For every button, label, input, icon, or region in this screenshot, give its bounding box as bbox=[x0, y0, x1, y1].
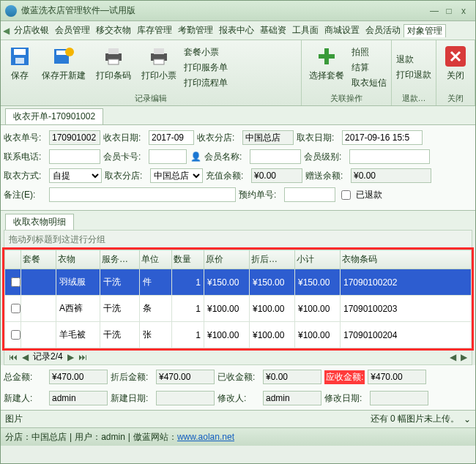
collapse-icon[interactable]: ⌄ bbox=[464, 414, 471, 424]
column-header[interactable]: 小计 bbox=[295, 250, 341, 269]
modifier-label: 修改人: bbox=[217, 392, 260, 405]
select-package-button[interactable]: 选择套餐 bbox=[306, 43, 347, 91]
menu-item[interactable]: 对象管理 bbox=[404, 24, 446, 37]
pickup-way-label: 取衣方式: bbox=[4, 170, 46, 182]
level-field[interactable] bbox=[349, 149, 430, 164]
svg-rect-2 bbox=[15, 58, 24, 64]
svg-rect-7 bbox=[108, 48, 119, 54]
table-row[interactable]: 羊毛被干洗张1¥100.00¥100.00¥100.0017090100204 bbox=[5, 322, 472, 348]
close-window-button[interactable]: x bbox=[456, 6, 471, 16]
menu-item[interactable]: 分店收银 bbox=[11, 24, 52, 37]
menu-item[interactable]: 报表中心 bbox=[216, 24, 257, 37]
print-barcode-button[interactable]: 打印条码 bbox=[93, 43, 134, 91]
member-field[interactable] bbox=[250, 149, 301, 164]
order-date-field[interactable] bbox=[149, 130, 194, 145]
modifier-field bbox=[263, 391, 321, 405]
remark-label: 备注(E): bbox=[4, 189, 46, 201]
menu-item[interactable]: 基础资 bbox=[257, 24, 289, 37]
menu-item[interactable]: 移交衣物 bbox=[93, 24, 134, 37]
order-no-field[interactable] bbox=[49, 130, 100, 145]
document-tabs: 收衣开单-170901002 bbox=[1, 106, 475, 125]
pickup-branch-select[interactable]: 中国总店 bbox=[150, 168, 203, 183]
modify-date-field bbox=[370, 391, 428, 405]
column-header[interactable] bbox=[5, 250, 21, 269]
table-row[interactable]: 羽绒服干洗件1¥150.00¥150.00¥150.0017090100202 bbox=[5, 269, 472, 296]
pickup-way-select[interactable]: 自提 bbox=[49, 168, 102, 183]
refunded-checkbox[interactable] bbox=[341, 190, 351, 200]
phone-label: 联系电话: bbox=[4, 151, 46, 163]
svg-rect-11 bbox=[154, 59, 164, 64]
status-site-link[interactable]: www.aolan.net bbox=[177, 432, 234, 442]
scroll-left-icon[interactable]: ◀ bbox=[450, 352, 456, 362]
menu-item[interactable]: 商城设置 bbox=[321, 24, 362, 37]
row-checkbox[interactable] bbox=[11, 330, 21, 340]
menu-item[interactable]: 库存管理 bbox=[134, 24, 175, 37]
photo-settle-group[interactable]: 拍照 结算 取衣短信 bbox=[352, 43, 387, 91]
printer-icon bbox=[102, 45, 125, 68]
save-button[interactable]: 保存 bbox=[5, 43, 34, 91]
refunded-label: 已退款 bbox=[356, 189, 382, 201]
branch-field[interactable] bbox=[242, 130, 294, 145]
tab-clothes-detail[interactable]: 收取衣物明细 bbox=[5, 214, 74, 230]
pickup-branch-label: 取衣分店: bbox=[105, 170, 147, 182]
menu-scroll-left-icon[interactable]: ◀ bbox=[1, 26, 11, 36]
save-new-icon bbox=[52, 45, 75, 68]
title-bar: 傲蓝洗衣店管理软件—试用版 — □ x bbox=[1, 1, 475, 21]
column-header[interactable]: 数量 bbox=[172, 250, 204, 269]
table-row[interactable]: A西裤干洗条1¥100.00¥100.00¥100.0017090100203 bbox=[5, 296, 472, 322]
menu-item[interactable]: 考勤管理 bbox=[175, 24, 216, 37]
card-field[interactable] bbox=[149, 149, 187, 164]
remark-field[interactable] bbox=[49, 187, 236, 202]
image-panel-header[interactable]: 图片 还有 0 幅图片未上传。 ⌄ bbox=[1, 411, 475, 428]
due-field bbox=[368, 370, 426, 384]
maximize-button[interactable]: □ bbox=[442, 6, 456, 16]
menu-bar: ◀ 分店收银会员管理移交衣物库存管理考勤管理报表中心基础资工具面商城设置会员活动… bbox=[1, 21, 475, 40]
reserve-label: 预约单号: bbox=[239, 189, 281, 201]
row-checkbox[interactable] bbox=[11, 304, 21, 313]
member-label: 会员名称: bbox=[204, 151, 247, 163]
create-date-field bbox=[156, 391, 215, 405]
pager-next-icon[interactable]: ▶ bbox=[67, 352, 74, 362]
clothes-grid: 套餐衣物服务…单位数量原价折后…小计衣物条码 羽绒服干洗件1¥150.00¥15… bbox=[4, 249, 472, 349]
phone-field[interactable] bbox=[49, 149, 100, 164]
modify-date-label: 修改日期: bbox=[324, 392, 367, 405]
pager-first-icon[interactable]: ⏮ bbox=[9, 352, 18, 362]
menu-item[interactable]: 工具面 bbox=[289, 24, 321, 37]
tab-order[interactable]: 收衣开单-170901002 bbox=[5, 108, 103, 124]
reserve-field[interactable] bbox=[284, 187, 335, 202]
column-header[interactable]: 折后… bbox=[250, 250, 295, 269]
menu-item[interactable]: 会员管理 bbox=[52, 24, 93, 37]
refund-group[interactable]: 退款 打印退款 bbox=[396, 43, 431, 91]
svg-rect-8 bbox=[108, 59, 119, 64]
pager-prev-icon[interactable]: ◀ bbox=[22, 352, 29, 362]
column-header[interactable]: 原价 bbox=[204, 250, 250, 269]
save-new-button[interactable]: 保存开新建 bbox=[39, 43, 89, 91]
column-header[interactable]: 套餐 bbox=[21, 250, 56, 269]
order-form: 收衣单号: 收衣日期: 收衣分店: 取衣日期: 联系电话: 会员卡号: 👤 会员… bbox=[1, 125, 475, 211]
scroll-right-icon[interactable]: ▶ bbox=[461, 352, 467, 362]
level-label: 会员级别: bbox=[304, 151, 346, 163]
total-label: 总金额: bbox=[4, 371, 46, 383]
close-button[interactable]: 关闭 bbox=[441, 43, 470, 91]
column-header[interactable]: 衣物 bbox=[56, 250, 100, 269]
ribbon-group-related-caption: 关联操作 bbox=[306, 91, 387, 105]
column-header[interactable]: 单位 bbox=[140, 250, 172, 269]
card-lookup-icon[interactable]: 👤 bbox=[190, 151, 201, 162]
bonus-label: 赠送余额: bbox=[305, 170, 348, 182]
column-header[interactable]: 服务… bbox=[100, 250, 140, 269]
pager-last-icon[interactable]: ⏭ bbox=[78, 352, 87, 362]
ribbon-group-close-caption: 关闭 bbox=[441, 91, 470, 105]
column-header[interactable]: 衣物条码 bbox=[341, 250, 472, 269]
row-checkbox[interactable] bbox=[11, 277, 21, 287]
pickup-date-field[interactable] bbox=[342, 130, 423, 145]
creator-field bbox=[49, 391, 108, 405]
create-date-label: 新建日期: bbox=[111, 392, 153, 405]
print-ticket-button[interactable]: 打印小票 bbox=[138, 43, 179, 91]
bonus-field bbox=[351, 168, 431, 183]
ribbon-group-edit-caption: 记录编辑 bbox=[5, 91, 297, 105]
package-print-group[interactable]: 套餐小票 打印服务单 打印流程单 bbox=[184, 43, 228, 91]
group-by-hint[interactable]: 拖动列标题到这进行分组 bbox=[4, 230, 472, 249]
minimize-button[interactable]: — bbox=[427, 6, 442, 16]
totals-panel: 总金额: 折后金额: 已收金额: 应收金额: 新建人: 新建日期: 修改人: 修… bbox=[1, 365, 475, 411]
menu-item[interactable]: 会员活动 bbox=[362, 24, 404, 37]
